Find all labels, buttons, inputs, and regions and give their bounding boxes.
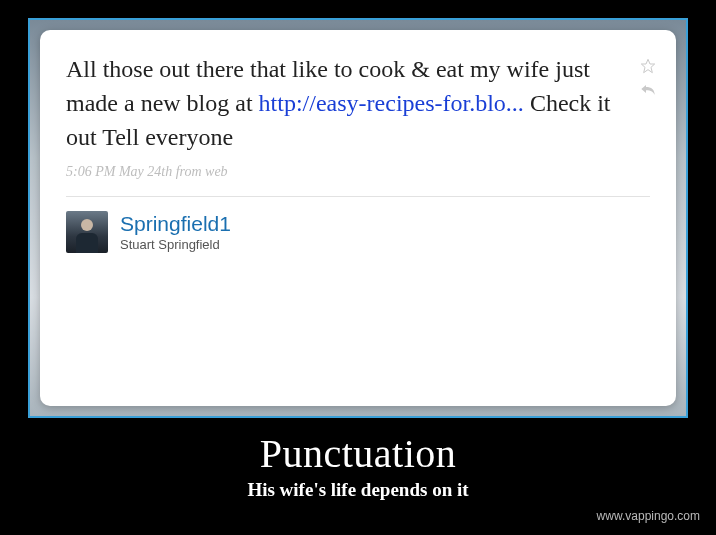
favorite-icon[interactable] [640, 58, 656, 78]
caption: Punctuation His wife's life depends on i… [0, 430, 716, 501]
caption-title: Punctuation [0, 430, 716, 477]
caption-subtitle: His wife's life depends on it [0, 479, 716, 501]
tweet-timestamp: 5:06 PM May 24th from web [66, 164, 650, 180]
author-names: Springfield1 Stuart Springfield [120, 211, 231, 254]
divider [66, 196, 650, 197]
author-realname: Stuart Springfield [120, 237, 231, 253]
avatar[interactable] [66, 211, 108, 253]
svg-marker-0 [641, 59, 654, 72]
author-block: Springfield1 Stuart Springfield [66, 211, 650, 254]
tweet-link[interactable]: http://easy-recipes-for.blo... [259, 90, 524, 116]
watermark: www.vappingo.com [597, 509, 700, 523]
poster-frame: All those out there that like to cook & … [28, 18, 688, 418]
reply-icon[interactable] [640, 82, 656, 100]
tweet-card: All those out there that like to cook & … [40, 30, 676, 406]
tweet-text: All those out there that like to cook & … [66, 52, 650, 154]
author-handle[interactable]: Springfield1 [120, 211, 231, 237]
